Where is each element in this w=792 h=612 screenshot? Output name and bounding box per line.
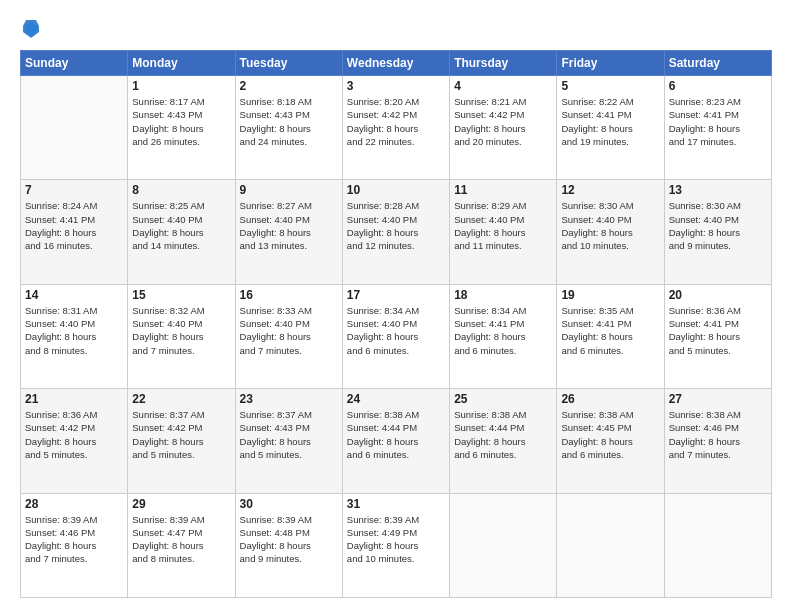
calendar-weekday-thursday: Thursday bbox=[450, 51, 557, 76]
calendar-week-row: 7Sunrise: 8:24 AM Sunset: 4:41 PM Daylig… bbox=[21, 180, 772, 284]
calendar-day-cell: 9Sunrise: 8:27 AM Sunset: 4:40 PM Daylig… bbox=[235, 180, 342, 284]
calendar-week-row: 21Sunrise: 8:36 AM Sunset: 4:42 PM Dayli… bbox=[21, 389, 772, 493]
day-info: Sunrise: 8:36 AM Sunset: 4:42 PM Dayligh… bbox=[25, 408, 123, 461]
calendar-day-cell: 1Sunrise: 8:17 AM Sunset: 4:43 PM Daylig… bbox=[128, 76, 235, 180]
day-info: Sunrise: 8:39 AM Sunset: 4:49 PM Dayligh… bbox=[347, 513, 445, 566]
day-info: Sunrise: 8:28 AM Sunset: 4:40 PM Dayligh… bbox=[347, 199, 445, 252]
calendar-day-cell: 20Sunrise: 8:36 AM Sunset: 4:41 PM Dayli… bbox=[664, 284, 771, 388]
page: SundayMondayTuesdayWednesdayThursdayFrid… bbox=[0, 0, 792, 612]
day-info: Sunrise: 8:20 AM Sunset: 4:42 PM Dayligh… bbox=[347, 95, 445, 148]
logo-icon bbox=[22, 18, 40, 40]
day-number: 15 bbox=[132, 288, 230, 302]
day-number: 13 bbox=[669, 183, 767, 197]
calendar-day-cell: 7Sunrise: 8:24 AM Sunset: 4:41 PM Daylig… bbox=[21, 180, 128, 284]
day-number: 8 bbox=[132, 183, 230, 197]
calendar-day-cell: 22Sunrise: 8:37 AM Sunset: 4:42 PM Dayli… bbox=[128, 389, 235, 493]
calendar-day-cell: 14Sunrise: 8:31 AM Sunset: 4:40 PM Dayli… bbox=[21, 284, 128, 388]
calendar-day-cell: 27Sunrise: 8:38 AM Sunset: 4:46 PM Dayli… bbox=[664, 389, 771, 493]
calendar-day-cell: 21Sunrise: 8:36 AM Sunset: 4:42 PM Dayli… bbox=[21, 389, 128, 493]
day-info: Sunrise: 8:38 AM Sunset: 4:44 PM Dayligh… bbox=[454, 408, 552, 461]
day-info: Sunrise: 8:22 AM Sunset: 4:41 PM Dayligh… bbox=[561, 95, 659, 148]
day-info: Sunrise: 8:39 AM Sunset: 4:47 PM Dayligh… bbox=[132, 513, 230, 566]
calendar-weekday-sunday: Sunday bbox=[21, 51, 128, 76]
calendar-table: SundayMondayTuesdayWednesdayThursdayFrid… bbox=[20, 50, 772, 598]
day-number: 7 bbox=[25, 183, 123, 197]
day-info: Sunrise: 8:38 AM Sunset: 4:44 PM Dayligh… bbox=[347, 408, 445, 461]
calendar-day-cell: 4Sunrise: 8:21 AM Sunset: 4:42 PM Daylig… bbox=[450, 76, 557, 180]
day-info: Sunrise: 8:31 AM Sunset: 4:40 PM Dayligh… bbox=[25, 304, 123, 357]
calendar-day-cell: 23Sunrise: 8:37 AM Sunset: 4:43 PM Dayli… bbox=[235, 389, 342, 493]
day-info: Sunrise: 8:38 AM Sunset: 4:45 PM Dayligh… bbox=[561, 408, 659, 461]
day-info: Sunrise: 8:25 AM Sunset: 4:40 PM Dayligh… bbox=[132, 199, 230, 252]
day-number: 28 bbox=[25, 497, 123, 511]
day-info: Sunrise: 8:27 AM Sunset: 4:40 PM Dayligh… bbox=[240, 199, 338, 252]
day-number: 5 bbox=[561, 79, 659, 93]
calendar-day-cell bbox=[664, 493, 771, 597]
day-number: 11 bbox=[454, 183, 552, 197]
day-number: 22 bbox=[132, 392, 230, 406]
day-info: Sunrise: 8:37 AM Sunset: 4:42 PM Dayligh… bbox=[132, 408, 230, 461]
calendar-weekday-wednesday: Wednesday bbox=[342, 51, 449, 76]
day-info: Sunrise: 8:35 AM Sunset: 4:41 PM Dayligh… bbox=[561, 304, 659, 357]
day-number: 27 bbox=[669, 392, 767, 406]
day-number: 1 bbox=[132, 79, 230, 93]
calendar-day-cell: 28Sunrise: 8:39 AM Sunset: 4:46 PM Dayli… bbox=[21, 493, 128, 597]
calendar-weekday-monday: Monday bbox=[128, 51, 235, 76]
day-info: Sunrise: 8:39 AM Sunset: 4:48 PM Dayligh… bbox=[240, 513, 338, 566]
day-number: 30 bbox=[240, 497, 338, 511]
calendar-day-cell: 17Sunrise: 8:34 AM Sunset: 4:40 PM Dayli… bbox=[342, 284, 449, 388]
calendar-day-cell: 13Sunrise: 8:30 AM Sunset: 4:40 PM Dayli… bbox=[664, 180, 771, 284]
calendar-day-cell: 12Sunrise: 8:30 AM Sunset: 4:40 PM Dayli… bbox=[557, 180, 664, 284]
calendar-weekday-tuesday: Tuesday bbox=[235, 51, 342, 76]
day-info: Sunrise: 8:18 AM Sunset: 4:43 PM Dayligh… bbox=[240, 95, 338, 148]
day-number: 16 bbox=[240, 288, 338, 302]
day-number: 24 bbox=[347, 392, 445, 406]
calendar-day-cell: 15Sunrise: 8:32 AM Sunset: 4:40 PM Dayli… bbox=[128, 284, 235, 388]
day-number: 18 bbox=[454, 288, 552, 302]
calendar-day-cell: 8Sunrise: 8:25 AM Sunset: 4:40 PM Daylig… bbox=[128, 180, 235, 284]
calendar-day-cell: 29Sunrise: 8:39 AM Sunset: 4:47 PM Dayli… bbox=[128, 493, 235, 597]
day-number: 29 bbox=[132, 497, 230, 511]
day-number: 2 bbox=[240, 79, 338, 93]
calendar-day-cell: 10Sunrise: 8:28 AM Sunset: 4:40 PM Dayli… bbox=[342, 180, 449, 284]
calendar-day-cell: 24Sunrise: 8:38 AM Sunset: 4:44 PM Dayli… bbox=[342, 389, 449, 493]
calendar-day-cell: 5Sunrise: 8:22 AM Sunset: 4:41 PM Daylig… bbox=[557, 76, 664, 180]
day-number: 20 bbox=[669, 288, 767, 302]
day-number: 4 bbox=[454, 79, 552, 93]
calendar-week-row: 14Sunrise: 8:31 AM Sunset: 4:40 PM Dayli… bbox=[21, 284, 772, 388]
day-number: 6 bbox=[669, 79, 767, 93]
day-number: 3 bbox=[347, 79, 445, 93]
day-info: Sunrise: 8:34 AM Sunset: 4:40 PM Dayligh… bbox=[347, 304, 445, 357]
day-number: 25 bbox=[454, 392, 552, 406]
day-number: 10 bbox=[347, 183, 445, 197]
day-info: Sunrise: 8:30 AM Sunset: 4:40 PM Dayligh… bbox=[561, 199, 659, 252]
calendar-day-cell: 31Sunrise: 8:39 AM Sunset: 4:49 PM Dayli… bbox=[342, 493, 449, 597]
calendar-day-cell: 2Sunrise: 8:18 AM Sunset: 4:43 PM Daylig… bbox=[235, 76, 342, 180]
calendar-day-cell: 26Sunrise: 8:38 AM Sunset: 4:45 PM Dayli… bbox=[557, 389, 664, 493]
logo bbox=[20, 18, 40, 40]
day-info: Sunrise: 8:17 AM Sunset: 4:43 PM Dayligh… bbox=[132, 95, 230, 148]
day-number: 21 bbox=[25, 392, 123, 406]
day-info: Sunrise: 8:38 AM Sunset: 4:46 PM Dayligh… bbox=[669, 408, 767, 461]
day-info: Sunrise: 8:24 AM Sunset: 4:41 PM Dayligh… bbox=[25, 199, 123, 252]
day-number: 12 bbox=[561, 183, 659, 197]
calendar-day-cell: 30Sunrise: 8:39 AM Sunset: 4:48 PM Dayli… bbox=[235, 493, 342, 597]
day-info: Sunrise: 8:34 AM Sunset: 4:41 PM Dayligh… bbox=[454, 304, 552, 357]
calendar-weekday-saturday: Saturday bbox=[664, 51, 771, 76]
calendar-day-cell: 16Sunrise: 8:33 AM Sunset: 4:40 PM Dayli… bbox=[235, 284, 342, 388]
calendar-day-cell: 19Sunrise: 8:35 AM Sunset: 4:41 PM Dayli… bbox=[557, 284, 664, 388]
header bbox=[20, 18, 772, 40]
calendar-day-cell: 3Sunrise: 8:20 AM Sunset: 4:42 PM Daylig… bbox=[342, 76, 449, 180]
calendar-day-cell bbox=[450, 493, 557, 597]
calendar-day-cell bbox=[21, 76, 128, 180]
day-info: Sunrise: 8:32 AM Sunset: 4:40 PM Dayligh… bbox=[132, 304, 230, 357]
day-number: 23 bbox=[240, 392, 338, 406]
calendar-day-cell bbox=[557, 493, 664, 597]
calendar-day-cell: 6Sunrise: 8:23 AM Sunset: 4:41 PM Daylig… bbox=[664, 76, 771, 180]
calendar-day-cell: 11Sunrise: 8:29 AM Sunset: 4:40 PM Dayli… bbox=[450, 180, 557, 284]
day-info: Sunrise: 8:37 AM Sunset: 4:43 PM Dayligh… bbox=[240, 408, 338, 461]
calendar-header-row: SundayMondayTuesdayWednesdayThursdayFrid… bbox=[21, 51, 772, 76]
day-number: 26 bbox=[561, 392, 659, 406]
day-number: 19 bbox=[561, 288, 659, 302]
day-info: Sunrise: 8:33 AM Sunset: 4:40 PM Dayligh… bbox=[240, 304, 338, 357]
